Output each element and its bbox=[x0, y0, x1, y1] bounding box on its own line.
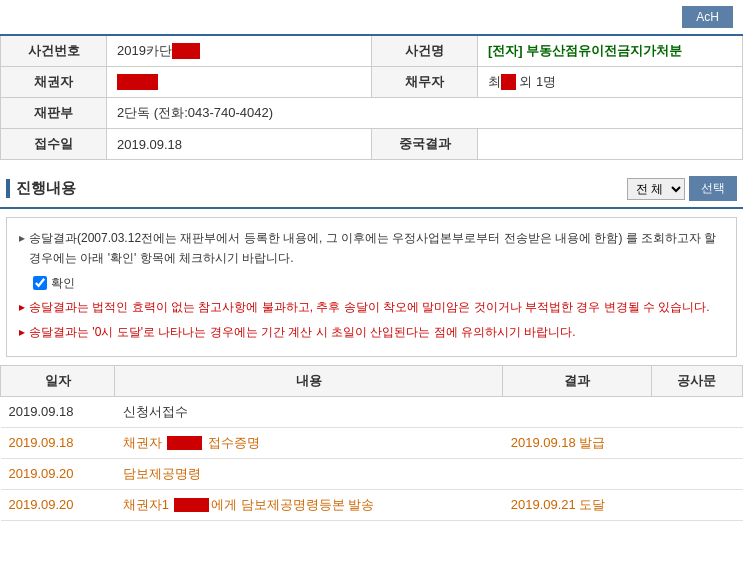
select-button[interactable]: 선택 bbox=[689, 176, 737, 201]
row2-doc bbox=[651, 427, 742, 458]
data-table: 일자 내용 결과 공사문 2019.09.18 신청서접수 2019.09.18… bbox=[0, 365, 743, 521]
case-name-value: [전자] 부동산점유이전금지가처분 bbox=[478, 35, 743, 67]
notice-text-3: 송달결과는 '0시 도달'로 나타나는 경우에는 기간 계산 시 초일이 산입된… bbox=[29, 322, 576, 342]
table-row: 2019.09.18 채권자 접수증명 2019.09.18 발급 bbox=[1, 427, 743, 458]
row1-doc bbox=[651, 396, 742, 427]
filter-select[interactable]: 전 체 미결 완료 bbox=[627, 178, 685, 200]
table-row: 2019.09.20 담보제공명령 bbox=[1, 458, 743, 489]
ach-button[interactable]: AcH bbox=[682, 6, 733, 28]
receipt-row: 접수일 2019.09.18 중국결과 bbox=[1, 129, 743, 160]
creditor-row: 채권자 채무자 최 외 1명 bbox=[1, 67, 743, 98]
checkbox-row: 확인 bbox=[33, 273, 724, 293]
row3-doc bbox=[651, 458, 742, 489]
table-header-row: 일자 내용 결과 공사문 bbox=[1, 365, 743, 396]
row4-date: 2019.09.20 bbox=[1, 489, 115, 520]
debtor-label: 채무자 bbox=[372, 67, 478, 98]
section-header: 진행내용 전 체 미결 완료 선택 bbox=[0, 168, 743, 209]
row2-content: 채권자 접수증명 bbox=[115, 427, 503, 458]
case-number-row: 사건번호 2019카단 사건명 [전자] 부동산점유이전금지가처분 bbox=[1, 35, 743, 67]
bullet-2: ▸ bbox=[19, 297, 25, 317]
debtor-redacted bbox=[501, 74, 516, 90]
case-number-label: 사건번호 bbox=[1, 35, 107, 67]
row4-content: 채권자1 에게 담보제공명령등본 발송 bbox=[115, 489, 503, 520]
row2-result: 2019.09.18 발급 bbox=[503, 427, 651, 458]
row4-doc bbox=[651, 489, 742, 520]
notice-item-2: ▸ 송달결과는 법적인 효력이 없는 참고사항에 불과하고, 추후 송달이 착오… bbox=[19, 297, 724, 317]
row4-creditor-redacted bbox=[174, 498, 209, 512]
debtor-value: 최 외 1명 bbox=[478, 67, 743, 98]
receipt-date-value: 2019.09.18 bbox=[107, 129, 372, 160]
case-info-table: 사건번호 2019카단 사건명 [전자] 부동산점유이전금지가처분 채권자 채무… bbox=[0, 34, 743, 160]
final-result-label: 중국결과 bbox=[372, 129, 478, 160]
notice-item-1: ▸ 송달결과(2007.03.12전에는 재판부에서 등록한 내용에, 그 이후… bbox=[19, 228, 724, 269]
top-bar: AcH bbox=[0, 0, 743, 34]
header-date: 일자 bbox=[1, 365, 115, 396]
section-title: 진행내용 bbox=[6, 179, 76, 198]
creditor-value bbox=[107, 67, 372, 98]
row2-creditor-redacted bbox=[167, 436, 202, 450]
bullet-3: ▸ bbox=[19, 322, 25, 342]
header-result: 결과 bbox=[503, 365, 651, 396]
confirm-label: 확인 bbox=[51, 273, 75, 293]
case-number-value: 2019카단 bbox=[107, 35, 372, 67]
bullet-1: ▸ bbox=[19, 228, 25, 248]
notice-box: ▸ 송달결과(2007.03.12전에는 재판부에서 등록한 내용에, 그 이후… bbox=[6, 217, 737, 357]
creditor-label: 채권자 bbox=[1, 67, 107, 98]
creditor-redacted bbox=[117, 74, 158, 90]
section-controls: 전 체 미결 완료 선택 bbox=[627, 176, 737, 201]
court-label: 재판부 bbox=[1, 98, 107, 129]
case-name-label: 사건명 bbox=[372, 35, 478, 67]
row1-result bbox=[503, 396, 651, 427]
row2-date: 2019.09.18 bbox=[1, 427, 115, 458]
confirm-checkbox[interactable] bbox=[33, 276, 47, 290]
final-result-value bbox=[478, 129, 743, 160]
table-row: 2019.09.20 채권자1 에게 담보제공명령등본 발송 2019.09.2… bbox=[1, 489, 743, 520]
notice-item-3: ▸ 송달결과는 '0시 도달'로 나타나는 경우에는 기간 계산 시 초일이 산… bbox=[19, 322, 724, 342]
row3-date: 2019.09.20 bbox=[1, 458, 115, 489]
table-row: 2019.09.18 신청서접수 bbox=[1, 396, 743, 427]
case-number-redacted bbox=[172, 43, 200, 59]
court-value: 2단독 (전화:043-740-4042) bbox=[107, 98, 743, 129]
row1-date: 2019.09.18 bbox=[1, 396, 115, 427]
notice-text-1: 송달결과(2007.03.12전에는 재판부에서 등록한 내용에, 그 이후에는… bbox=[29, 228, 724, 269]
row3-result bbox=[503, 458, 651, 489]
header-content: 내용 bbox=[115, 365, 503, 396]
header-doc: 공사문 bbox=[651, 365, 742, 396]
row3-content: 담보제공명령 bbox=[115, 458, 503, 489]
receipt-date-label: 접수일 bbox=[1, 129, 107, 160]
notice-text-2: 송달결과는 법적인 효력이 없는 참고사항에 불과하고, 추후 송달이 착오에 … bbox=[29, 297, 710, 317]
row4-result: 2019.09.21 도달 bbox=[503, 489, 651, 520]
court-row: 재판부 2단독 (전화:043-740-4042) bbox=[1, 98, 743, 129]
row1-content: 신청서접수 bbox=[115, 396, 503, 427]
